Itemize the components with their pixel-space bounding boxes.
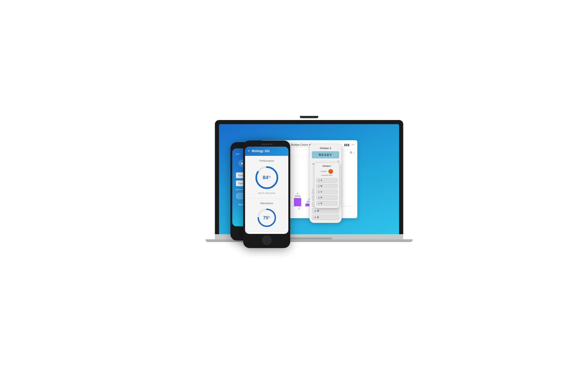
course-header: < Biology 101 xyxy=(245,147,288,156)
course-title: Biology 101 xyxy=(252,149,270,153)
back-button[interactable]: < xyxy=(248,149,250,153)
iclickerplus-btn-c[interactable]: C xyxy=(316,190,337,194)
btn-e-dot xyxy=(314,217,316,218)
btn-d-dot xyxy=(314,210,316,212)
iclickerplus-btn-e-dot xyxy=(318,203,320,204)
bar-c: 5(15%) xyxy=(294,193,301,206)
points-label: 840 of 1000 points xyxy=(258,192,275,194)
iclickerplus-btn-c-dot xyxy=(318,191,320,192)
iclickerplus-abc-buttons: A B C D E xyxy=(316,178,337,206)
iclickerplus-btn-b[interactable]: B xyxy=(316,184,337,188)
phone-bio-screen: < Biology 101 Performance 84% xyxy=(245,147,288,234)
performance-sup: % xyxy=(268,175,271,178)
iclickerplus-btn-b-dot xyxy=(318,186,320,187)
x-label-c: C xyxy=(294,207,305,210)
settings-icon[interactable]: ⚙ xyxy=(350,151,352,154)
iclickerplus-body: iClicker+ POWER LOW BATTERY A B C xyxy=(314,162,339,208)
bio-content: Performance 84% 840 of 1000 points xyxy=(245,156,288,232)
btn-d[interactable]: D xyxy=(312,208,339,214)
question-type-dropdown[interactable]: Multiple Choice ▾ xyxy=(289,142,313,147)
question-type-label: Multiple Choice xyxy=(291,143,308,146)
performance-number: 84 xyxy=(263,175,268,180)
home-button-2[interactable] xyxy=(262,236,271,245)
remote-display: READY xyxy=(312,151,339,158)
biology-screen: < Biology 101 Performance 84% xyxy=(245,147,288,234)
carrier: BELL xyxy=(236,153,241,155)
more-options[interactable]: ··· xyxy=(351,143,355,147)
iclickerplus-btn-e[interactable]: E xyxy=(316,201,337,206)
attendance-label: Attendance xyxy=(260,202,273,205)
performance-circle: 84% xyxy=(254,165,279,190)
iclickerplus-btn-d-dot xyxy=(318,197,320,198)
iclickerplus-btn-d-label: D xyxy=(321,196,322,199)
iclickerplus-btn-c-label: C xyxy=(321,191,322,193)
battery-label: LOW BATTERY xyxy=(316,175,337,176)
iclickerplus-btn-a-label: A xyxy=(321,179,322,181)
bottom-nav: 📈 Statistics 📋 Course History 🔧 Photo To… xyxy=(245,232,288,234)
chart-icon[interactable]: ▮▮▮ xyxy=(344,143,350,147)
remote-title: iClicker 2 xyxy=(312,147,339,150)
attendance-number: 75 xyxy=(263,215,268,220)
toolbar-right: ▮▮▮ ··· xyxy=(344,143,355,147)
performance-label: Performance xyxy=(259,159,274,162)
power-label: POWER xyxy=(321,171,327,172)
iclickerplus-title: iClicker+ xyxy=(316,165,337,167)
signal-indicator: ||| xyxy=(312,160,339,162)
btn-e-label: E xyxy=(317,216,319,219)
attendance-circle: 75% xyxy=(256,207,277,228)
attendance-sup: % xyxy=(268,216,270,218)
btn-e[interactable]: E xyxy=(312,215,339,220)
iclickerplus-btn-e-label: E xyxy=(321,202,322,204)
remember-checkbox[interactable] xyxy=(236,189,238,190)
power-row: POWER xyxy=(316,169,337,174)
btn-d-label: D xyxy=(317,210,319,212)
attendance-percent-display: 75% xyxy=(263,215,270,220)
iclickerplus-remote: iClicker+ POWER LOW BATTERY A B C xyxy=(314,162,339,208)
power-button[interactable] xyxy=(329,169,333,174)
iclickerplus-btn-a-dot xyxy=(318,180,320,181)
phone-bio-body: < Biology 101 Performance 84% xyxy=(243,140,290,248)
iclickerplus-btn-b-label: B xyxy=(321,185,322,187)
performance-percent-display: 84% xyxy=(263,175,271,181)
iclickerplus-btn-d[interactable]: D xyxy=(316,195,337,200)
header-arrow[interactable]: › xyxy=(354,151,355,154)
iclickerplus-btn-a[interactable]: A xyxy=(316,178,337,183)
phone2-speaker xyxy=(261,144,272,145)
phone-bio: < Biology 101 Performance 84% xyxy=(243,140,290,248)
